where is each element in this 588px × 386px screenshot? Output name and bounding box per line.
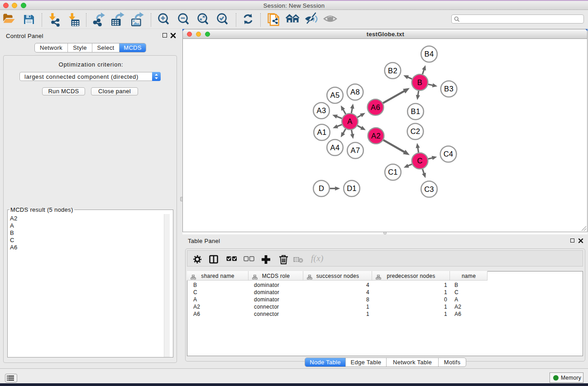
svg-text:A7: A7	[351, 146, 360, 154]
svg-text:A5: A5	[330, 91, 340, 99]
svg-text:B: B	[417, 78, 422, 86]
svg-text:C1: C1	[388, 168, 398, 176]
svg-text:B2: B2	[388, 67, 397, 75]
svg-text:B3: B3	[444, 85, 454, 93]
svg-text:A8: A8	[350, 88, 360, 96]
svg-text:A6: A6	[371, 103, 380, 111]
svg-text:C3: C3	[424, 185, 434, 193]
svg-text:C4: C4	[444, 150, 454, 158]
svg-text:C2: C2	[411, 127, 421, 135]
svg-text:A1: A1	[317, 128, 327, 136]
svg-text:A4: A4	[330, 143, 340, 152]
svg-text:B4: B4	[425, 50, 434, 58]
svg-text:A3: A3	[317, 106, 326, 114]
svg-text:D1: D1	[347, 184, 357, 192]
svg-text:D: D	[319, 184, 324, 192]
svg-text:A2: A2	[371, 132, 381, 140]
svg-text:C: C	[417, 157, 422, 165]
svg-text:B1: B1	[411, 107, 421, 115]
svg-text:A: A	[347, 117, 352, 125]
